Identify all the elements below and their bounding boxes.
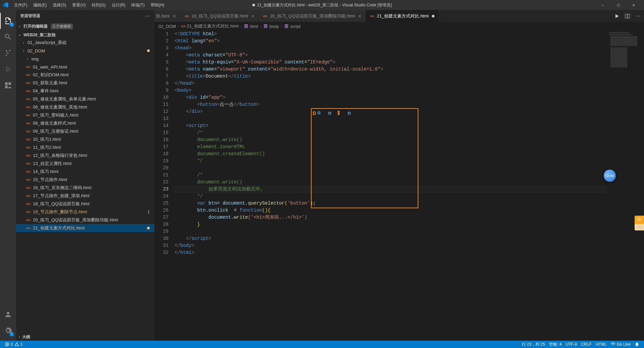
file-item[interactable]: <>10_练习1.html [16, 135, 154, 143]
file-item[interactable]: <>03_获取元素.html [16, 79, 154, 87]
html-file-icon: <> [26, 185, 31, 190]
file-item[interactable]: <>21_创建元素方式对比.html [16, 224, 154, 232]
activity-extensions[interactable] [0, 77, 16, 93]
html-file-icon: <> [26, 193, 31, 199]
html-file-icon: <> [26, 169, 31, 174]
code-content[interactable]: <!DOCTYPE html><html lang="en"><head> <m… [175, 31, 644, 341]
file-item[interactable]: <>17_节点操作_创建_添加.html [16, 192, 154, 200]
activity-debug[interactable] [0, 61, 16, 77]
file-item[interactable]: <>16_练习_京东侧边二维码.html [16, 184, 154, 192]
folder-img[interactable]: › img [16, 55, 154, 63]
status-ln-col[interactable]: 行 23，列 25 [520, 341, 547, 348]
file-item[interactable]: <>19_节点操作_删除节点.html1 [16, 208, 154, 216]
file-item[interactable]: <>12_练习_表格隔行变色.html [16, 151, 154, 160]
html-file-icon: <> [370, 13, 375, 19]
file-item[interactable]: <>06_修改元素属性_其他.html [16, 103, 154, 111]
editor-tab[interactable]: <>18_练习_QQ说说留言板.html× [180, 10, 259, 22]
html-file-icon: <> [26, 88, 31, 94]
main-area: 1 1 资源管理器 ··· [0, 10, 644, 341]
file-item[interactable]: <>13_自定义属性.html [16, 160, 154, 168]
editor-tab[interactable]: <>21_创建元素方式对比.html [366, 10, 439, 22]
line-numbers: 1234567891011121314151617181920212223242… [154, 31, 175, 341]
overlay-square-icon [338, 111, 339, 115]
maximize-button[interactable]: ▢ [610, 0, 626, 10]
menu-help[interactable]: 帮助(H) [148, 1, 167, 9]
activity-explorer[interactable]: 1 [0, 13, 16, 29]
file-item[interactable]: <>14_练习.html [16, 168, 154, 176]
vscode-logo-icon [3, 2, 9, 8]
html-file-icon: <> [184, 13, 189, 19]
modified-dot-icon [147, 49, 150, 52]
file-item[interactable]: <>15_节点操作.html [16, 176, 154, 184]
file-item[interactable]: <>05_修改元素属性_表单元素.html [16, 95, 154, 103]
folder-dom[interactable]: › 02_DOM [16, 47, 154, 55]
minimize-button[interactable]: ─ [595, 0, 610, 10]
close-icon[interactable]: × [358, 13, 361, 19]
activity-settings[interactable]: 1 [0, 322, 16, 339]
menu-edit[interactable]: 编辑(E) [31, 1, 49, 9]
html-file-icon: <> [26, 64, 31, 70]
status-lang[interactable]: HTML [594, 341, 609, 348]
menu-select[interactable]: 选择(S) [50, 1, 69, 9]
activity-scm[interactable] [0, 45, 16, 61]
chevron-down-icon: › [22, 49, 26, 53]
status-eol[interactable]: CRLF [579, 341, 594, 348]
unsaved-dot-icon [432, 15, 434, 17]
status-bell[interactable] [633, 341, 641, 348]
menu-file[interactable]: 文件(F) [11, 1, 30, 9]
chevron-right-icon: › [17, 25, 22, 28]
chevron-right-icon: › [26, 57, 30, 61]
titlebar: 文件(F) 编辑(E) 选择(S) 查看(V) 转到(G) 运行(R) 终端(T… [0, 0, 644, 10]
activity-search[interactable] [0, 29, 16, 45]
breadcrumb-item[interactable]: script [284, 24, 301, 29]
status-problems[interactable]: 0 1 [3, 341, 25, 348]
outline-section[interactable]: › 大纲 [16, 333, 154, 341]
project-root[interactable]: › WEB26_第二阶段 [16, 31, 154, 39]
status-spaces[interactable]: 空格: 4 [547, 341, 563, 348]
status-encoding[interactable]: UTF-8 [564, 341, 579, 348]
breadcrumb-item[interactable]: <>21_创建元素方式对比.html [181, 23, 239, 29]
file-item[interactable]: <>11_练习2.html [16, 143, 154, 151]
breadcrumb-item[interactable]: html [244, 24, 258, 29]
file-item[interactable]: <>09_练习_注册验证.html [16, 127, 154, 135]
folder-js-basic[interactable]: › 01_JavaScript_基础 [16, 39, 154, 47]
html-file-icon: <> [26, 121, 31, 126]
timer-widget[interactable]: 03:49 [604, 170, 616, 182]
file-item[interactable]: <>20_练习_QQ说说留言板_添加删除功能.html [16, 216, 154, 224]
code-editor[interactable]: 1234567891011121314151617181920212223242… [154, 31, 644, 341]
close-button[interactable]: ✕ [626, 0, 641, 10]
sidebar-more-icon[interactable]: ··· [145, 14, 150, 18]
html-file-icon: <> [26, 161, 31, 166]
breadcrumb-item[interactable]: body [263, 24, 279, 29]
menu-terminal[interactable]: 终端(T) [129, 1, 147, 9]
close-icon[interactable]: × [173, 13, 176, 19]
menu-run[interactable]: 运行(R) [109, 1, 128, 9]
file-item[interactable]: <>01_web_API.html [16, 63, 154, 71]
html-file-icon: <> [26, 80, 31, 86]
menu-view[interactable]: 查看(V) [70, 1, 88, 9]
open-editors-section[interactable]: › 打开的编辑器 1 个未保存 [16, 23, 154, 30]
breadcrumb[interactable]: 02_DOM › <>21_创建元素方式对比.html › html › bod… [154, 22, 644, 31]
file-item[interactable]: <>18_练习_QQ说说留言板.html [16, 200, 154, 208]
editor-tab[interactable]: <>20_练习_QQ说说留言板_添加删除功能.html× [259, 10, 366, 22]
file-item[interactable]: <>07_练习_密码输入.html [16, 111, 154, 119]
run-icon[interactable] [614, 13, 620, 19]
ime-widget[interactable]: 中 ⌨ [635, 216, 644, 230]
editor-tab[interactable]: 加.html× [154, 10, 180, 22]
svg-rect-0 [625, 14, 627, 18]
sidebar-title: 资源管理器 [20, 13, 40, 19]
close-icon[interactable]: × [251, 13, 254, 19]
svg-point-3 [612, 343, 614, 345]
more-icon[interactable]: ··· [635, 13, 641, 19]
file-item[interactable]: <>04_事件.html [16, 87, 154, 95]
minimap[interactable] [607, 31, 644, 341]
menu-goto[interactable]: 转到(G) [89, 1, 108, 9]
unsaved-dot-icon [252, 4, 255, 6]
split-icon[interactable] [625, 13, 631, 19]
file-item[interactable]: <>02_初识DOM.html [16, 71, 154, 79]
breadcrumb-item[interactable]: 02_DOM [158, 24, 176, 29]
file-item[interactable]: <>08_修改元素样式.html [16, 119, 154, 127]
activity-account[interactable] [0, 306, 16, 322]
explorer-badge: 1 [9, 22, 14, 27]
status-golive[interactable]: Go Live [609, 341, 633, 348]
